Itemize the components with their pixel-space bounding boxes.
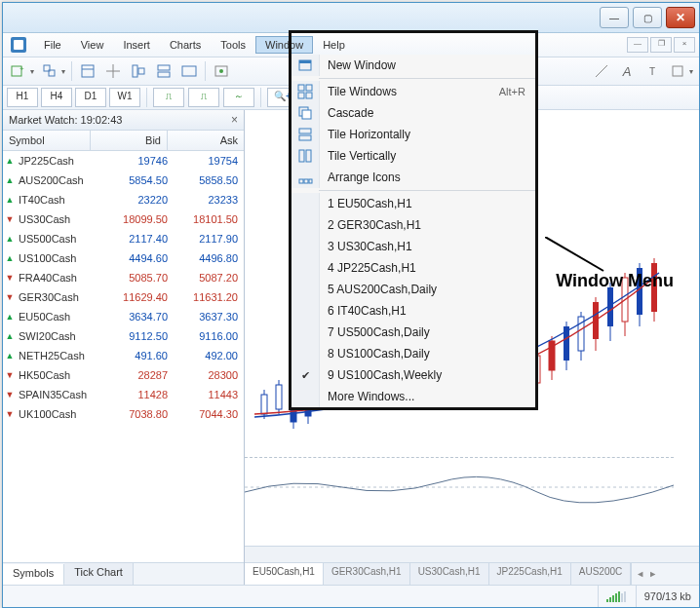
- chevron-left-icon[interactable]: ◄: [636, 569, 644, 579]
- crosshair-button[interactable]: [101, 59, 125, 83]
- chart-tab[interactable]: US30Cash,H1: [410, 563, 489, 585]
- market-watch-row[interactable]: ▼US30Cash18099.5018101.50: [3, 209, 244, 229]
- market-watch-button[interactable]: [76, 59, 99, 83]
- menu-item-tile-horizontally[interactable]: Tile Horizontally: [292, 124, 535, 145]
- chart-tab[interactable]: EU50Cash,H1: [245, 563, 324, 585]
- market-watch-row[interactable]: ▲AUS200Cash5854.505858.50: [3, 171, 244, 190]
- menu-view[interactable]: View: [71, 36, 114, 54]
- maximize-button[interactable]: ▢: [633, 7, 662, 28]
- timeframe-d1[interactable]: D1: [75, 88, 106, 107]
- line-tool-button[interactable]: [590, 59, 613, 83]
- tab-symbols[interactable]: Symbols: [3, 564, 64, 585]
- tab-tick-chart[interactable]: Tick Chart: [64, 563, 134, 585]
- tab-scroll-arrows[interactable]: ◄►: [631, 563, 661, 585]
- market-watch-row[interactable]: ▼UK100Cash7038.807044.30: [3, 404, 244, 424]
- column-symbol[interactable]: Symbol: [3, 131, 91, 150]
- ask-value: 5858.50: [174, 174, 244, 186]
- menu-window-item[interactable]: 1 EU50Cash,H1: [292, 193, 535, 214]
- symbol-name: SPAIN35Cash: [17, 389, 103, 400]
- menu-item-label: Tile Windows: [320, 85, 499, 98]
- direction-up-icon: ▲: [3, 195, 17, 205]
- menu-file[interactable]: File: [34, 36, 71, 54]
- market-watch-row[interactable]: ▲SWI20Cash9112.509116.00: [3, 326, 244, 346]
- menu-item-label: 9 US100Cash,Weekly: [320, 368, 525, 382]
- market-watch-row[interactable]: ▼HK50Cash2828728300: [3, 365, 244, 385]
- menu-more-windows[interactable]: More Windows...: [292, 386, 535, 407]
- direction-up-icon: ▲: [3, 234, 17, 244]
- column-ask[interactable]: Ask: [168, 131, 244, 150]
- menu-insert[interactable]: Insert: [113, 36, 160, 54]
- menu-item-label: More Windows...: [320, 390, 525, 403]
- timeframe-w1[interactable]: W1: [109, 88, 140, 107]
- symbol-name: NETH25Cash: [17, 350, 103, 361]
- menu-item-arrange-icons[interactable]: Arrange Icons: [292, 167, 535, 188]
- ask-value: 4496.80: [174, 252, 244, 264]
- mdi-minimize-button[interactable]: —: [627, 37, 648, 53]
- chevron-down-icon[interactable]: ▾: [689, 60, 695, 82]
- market-watch-row[interactable]: ▼SPAIN35Cash1142811443: [3, 385, 244, 404]
- market-watch-row[interactable]: ▼GER30Cash11629.4011631.20: [3, 287, 244, 307]
- text-label-button[interactable]: T: [641, 59, 664, 83]
- menu-window-item[interactable]: 5 AUS200Cash,Daily: [292, 279, 535, 300]
- symbol-name: US500Cash: [17, 233, 103, 245]
- chart-linestyle-button[interactable]: ～: [223, 88, 254, 107]
- menu-window-item[interactable]: 2 GER30Cash,H1: [292, 214, 535, 236]
- svg-line-15: [596, 65, 607, 77]
- navigator-button[interactable]: [127, 59, 150, 83]
- menu-window-item[interactable]: 7 US500Cash,Daily: [292, 322, 535, 343]
- svg-rect-53: [299, 129, 311, 133]
- timeframe-h4[interactable]: H4: [41, 88, 72, 107]
- mdi-restore-button[interactable]: ❐: [650, 37, 672, 53]
- new-order-button[interactable]: [210, 59, 233, 83]
- market-watch-row[interactable]: ▲EU50Cash3634.703637.30: [3, 307, 244, 326]
- menu-item-label: Tile Horizontally: [320, 128, 525, 141]
- market-watch-row[interactable]: ▲NETH25Cash491.60492.00: [3, 346, 244, 365]
- market-watch-row[interactable]: ▲US100Cash4494.604496.80: [3, 248, 244, 268]
- menu-charts[interactable]: Charts: [160, 36, 211, 54]
- profiles-button[interactable]: [38, 59, 61, 83]
- chevron-right-icon[interactable]: ►: [648, 569, 657, 579]
- menu-tools[interactable]: Tools: [211, 36, 255, 54]
- minimize-button[interactable]: —: [600, 7, 629, 28]
- check-icon: [292, 193, 320, 214]
- chart-tab[interactable]: GER30Cash,H1: [324, 563, 410, 585]
- menu-window-item[interactable]: 6 IT40Cash,H1: [292, 300, 535, 322]
- market-watch-row[interactable]: ▲JP225Cash1974619754: [3, 151, 244, 171]
- tile-icon: [292, 81, 320, 102]
- symbol-name: US30Cash: [17, 213, 103, 225]
- menu-item-tile-vertically[interactable]: Tile Vertically: [292, 145, 535, 167]
- column-bid[interactable]: Bid: [91, 131, 168, 150]
- chart-candlestyle-button[interactable]: ⎍: [188, 88, 219, 107]
- bid-value: 491.60: [103, 350, 174, 361]
- mdi-close-button[interactable]: ×: [674, 37, 695, 53]
- terminal-button[interactable]: [177, 59, 201, 83]
- svg-rect-20: [276, 385, 282, 409]
- direction-down-icon: ▼: [3, 214, 17, 224]
- chevron-down-icon[interactable]: ▾: [30, 60, 36, 82]
- menu-window-item[interactable]: ✔9 US100Cash,Weekly: [292, 364, 535, 386]
- bid-value: 7038.80: [103, 408, 174, 420]
- chart-tab[interactable]: JP225Cash,H1: [489, 563, 571, 585]
- menu-window-item[interactable]: 4 JP225Cash,H1: [292, 257, 535, 279]
- menu-item-new-window[interactable]: New Window: [292, 55, 535, 76]
- timeframe-h1[interactable]: H1: [7, 88, 38, 107]
- chart-tab[interactable]: AUS200C: [571, 563, 631, 585]
- market-watch-row[interactable]: ▼FRA40Cash5085.705087.20: [3, 268, 244, 287]
- chart-barstyle-button[interactable]: ⎍: [153, 88, 184, 107]
- menu-item-tile-windows[interactable]: Tile WindowsAlt+R: [292, 81, 535, 102]
- data-window-button[interactable]: [152, 59, 175, 83]
- objects-button[interactable]: [666, 59, 689, 83]
- text-tool-button[interactable]: A: [615, 59, 639, 83]
- connection-status[interactable]: [598, 586, 636, 607]
- menu-item-cascade[interactable]: Cascade: [292, 102, 535, 124]
- new-chart-button[interactable]: +: [7, 59, 30, 83]
- chevron-down-icon[interactable]: ▾: [61, 60, 67, 82]
- market-watch-row[interactable]: ▲US500Cash2117.402117.90: [3, 229, 244, 248]
- menu-window-item[interactable]: 8 US100Cash,Daily: [292, 343, 535, 364]
- panel-close-icon[interactable]: ×: [231, 113, 238, 127]
- menu-window-item[interactable]: 3 US30Cash,H1: [292, 236, 535, 257]
- market-watch-row[interactable]: ▲IT40Cash2322023233: [3, 190, 244, 209]
- close-button[interactable]: ✕: [666, 7, 695, 28]
- svg-rect-46: [299, 60, 311, 63]
- chart-scrollbar[interactable]: [245, 546, 699, 562]
